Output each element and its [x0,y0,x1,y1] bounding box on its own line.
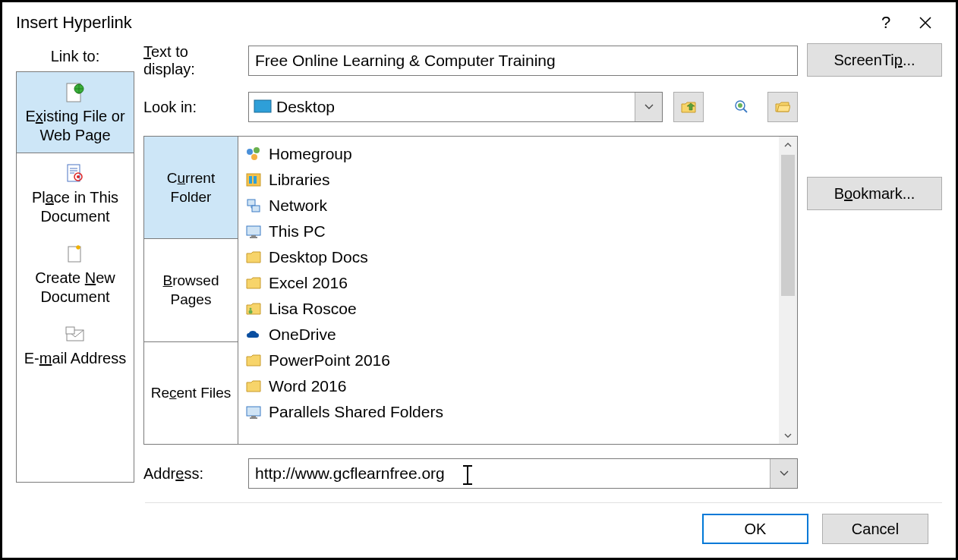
svg-rect-7 [66,327,74,334]
desktop-icon [254,99,272,115]
up-level-button[interactable] [673,92,704,122]
svg-rect-26 [250,417,257,419]
link-to-label: Link to: [16,43,134,71]
svg-rect-17 [247,200,255,206]
svg-rect-18 [252,206,260,212]
browse-area: Current Folder Browsed Pages Recent File… [143,136,798,445]
close-icon [919,16,932,30]
help-button[interactable]: ? [866,3,906,42]
chevron-down-icon [780,470,789,477]
libraries-icon [244,171,263,189]
text-to-display-row: Text to display: [143,43,798,78]
look-in-combo[interactable]: Desktop [248,92,663,122]
globe-page-icon [64,81,87,104]
thispc-icon [244,222,263,241]
file-item[interactable]: This PC [241,219,776,244]
address-label: Address: [143,465,242,483]
browse-web-button[interactable] [726,92,757,122]
file-item[interactable]: Lisa Roscoe [241,296,776,322]
homegroup-icon [244,145,263,163]
dialog-title: Insert Hyperlink [16,13,132,33]
look-in-label: Look in: [143,99,242,116]
address-dropdown[interactable] [770,459,797,488]
linkto-email[interactable]: E-mail Address [17,314,134,376]
svg-rect-19 [247,226,260,235]
titlebar: Insert Hyperlink ? [2,2,956,43]
svg-point-4 [77,175,80,178]
svg-point-13 [251,154,257,160]
look-in-row: Look in: Desktop [143,92,798,122]
svg-point-12 [254,147,260,153]
link-to-list: Existing File or Web Page Place in This … [16,71,134,483]
file-item[interactable]: Libraries [241,167,776,193]
svg-point-10 [738,103,742,108]
cancel-button[interactable]: Cancel [822,514,928,544]
svg-rect-24 [247,407,260,416]
svg-point-22 [249,310,253,314]
address-input[interactable] [249,460,770,487]
chevron-down-icon [784,433,792,439]
chevron-up-icon [784,142,792,148]
folder-icon [244,248,263,266]
address-combo [248,458,798,489]
file-item[interactable]: Word 2016 [241,373,776,399]
file-item-label: Word 2016 [269,377,346,395]
file-item[interactable]: Parallels Shared Folders [241,399,776,425]
file-item[interactable]: Desktop Docs [241,244,776,270]
file-list[interactable]: HomegroupLibrariesNetworkThis PCDesktop … [238,137,779,444]
svg-point-23 [250,308,252,310]
linkto-existing-file[interactable]: Existing File or Web Page [17,72,134,153]
file-item-label: PowerPoint 2016 [269,351,390,370]
thispc-icon [244,403,263,421]
ok-button[interactable]: OK [702,514,808,544]
svg-rect-8 [254,100,271,112]
text-to-display-label: Text to display: [143,43,242,78]
text-to-display-input[interactable] [248,46,798,76]
search-web-icon [734,99,749,115]
browse-file-button[interactable] [767,92,798,122]
scrollbar-thumb[interactable] [781,155,795,296]
chevron-down-icon [644,104,654,110]
svg-rect-20 [251,235,256,237]
right-buttons: ScreenTip... Bookmark... [807,43,942,489]
scrollbar[interactable] [779,137,797,444]
look-in-dropdown[interactable] [635,93,662,121]
close-button[interactable] [906,3,945,42]
file-item-label: Libraries [269,171,330,189]
insert-hyperlink-dialog: Insert Hyperlink ? Link to: Existing Fil… [2,2,956,558]
tab-browsed-pages[interactable]: Browsed Pages [144,239,238,341]
file-item[interactable]: Network [241,193,776,219]
file-item-label: This PC [269,222,326,241]
file-item[interactable]: Homegroup [241,141,776,167]
svg-rect-21 [250,237,257,238]
file-item-label: Excel 2016 [269,274,348,292]
user-folder-icon [244,300,263,318]
browse-tabs: Current Folder Browsed Pages Recent File… [144,137,238,444]
file-item-label: Lisa Roscoe [269,300,357,318]
folder-icon [244,274,263,292]
bookmark-button[interactable]: Bookmark... [807,177,942,210]
linkto-create-new[interactable]: Create New Document [17,234,134,314]
file-item[interactable]: PowerPoint 2016 [241,348,776,373]
scroll-up-button[interactable] [779,137,797,153]
tab-current-folder[interactable]: Current Folder [144,137,238,239]
linkto-place-in-doc[interactable]: Place in This Document [17,153,134,234]
svg-rect-16 [254,176,257,184]
onedrive-icon [244,326,263,344]
scroll-down-button[interactable] [779,427,797,444]
file-item-label: OneDrive [269,326,336,344]
folder-icon [244,377,263,395]
new-doc-icon [64,243,87,266]
doc-target-icon [64,162,87,185]
folder-open-icon [775,101,790,113]
file-item[interactable]: OneDrive [241,322,776,348]
file-item-label: Homegroup [269,145,352,163]
address-row: Address: [143,458,798,489]
file-item[interactable]: Excel 2016 [241,270,776,296]
tab-recent-files[interactable]: Recent Files [144,342,238,444]
network-icon [244,197,263,215]
screentip-button[interactable]: ScreenTip... [807,43,942,77]
file-item-label: Desktop Docs [269,248,368,266]
email-icon [64,323,87,346]
svg-rect-25 [251,416,256,417]
